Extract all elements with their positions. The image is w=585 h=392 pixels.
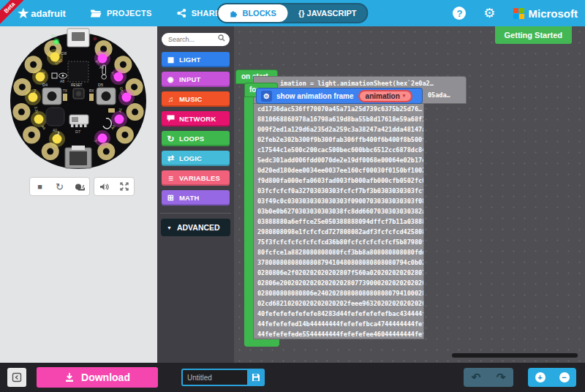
- neopixel[interactable]: [98, 54, 107, 64]
- svg-text:A9: A9: [99, 65, 104, 69]
- chevron-down-icon: ▼: [167, 225, 172, 230]
- download-label: Download: [81, 372, 130, 383]
- getting-started-button[interactable]: Getting Started: [495, 26, 572, 44]
- toolbox-divider: [160, 213, 231, 214]
- forever-block-arm[interactable]: [244, 96, 253, 343]
- zoom-in-icon: +: [535, 372, 546, 382]
- neopixel[interactable]: [115, 115, 124, 124]
- slowmo-button[interactable]: [69, 178, 89, 195]
- download-icon: [64, 372, 75, 382]
- category-label: LIGHT: [179, 56, 201, 64]
- list-icon: ≡: [166, 173, 176, 184]
- main-chip: [68, 61, 88, 82]
- toolbox-category-logic[interactable]: ⇄LOGIC: [162, 151, 230, 166]
- toolbox-category-network[interactable]: NETWORK: [162, 111, 230, 127]
- hex-line: 5edc301add006fdd0070de2e19df0068e00064e0…: [257, 155, 423, 165]
- loop-icon: ↻: [166, 134, 176, 144]
- settings-button[interactable]: ⚙: [483, 7, 495, 20]
- chat-bubble-icon: [166, 115, 176, 124]
- rx-pad: [89, 94, 94, 101]
- hex-line: 2980808098e1fcfcfcd727808082adf3fcfcfcd4…: [257, 227, 423, 237]
- neopixel[interactable]: [98, 134, 107, 143]
- toolbox-category-loops[interactable]: ↻LOOPS: [162, 131, 230, 146]
- bottom-bar: Download ↶ ↷ + −: [0, 363, 585, 392]
- reset-button[interactable]: RESET: [71, 83, 84, 99]
- hex-line: 03b0e0b6270303030303038fc8dd660703030303…: [257, 206, 423, 216]
- neopixel[interactable]: [36, 72, 45, 82]
- blocks-workspace[interactable]: Getting Started on start imation = light…: [234, 26, 585, 363]
- animation-variable-dropdown[interactable]: animation ▾: [358, 90, 413, 102]
- hex-line: 03fcfcfcf0a32703030303fcfcf7bf3b03030303…: [257, 186, 423, 196]
- toolbox-category-variables[interactable]: ≡VARIABLES: [162, 170, 230, 186]
- tx-pad: [63, 94, 67, 101]
- share-button[interactable]: SHARE: [177, 9, 221, 18]
- advanced-label: ADVANCED: [177, 223, 220, 232]
- zoom-group: + −: [528, 368, 576, 387]
- blocks-tab-label: BLOCKS: [242, 9, 276, 18]
- collapse-simulator-button[interactable]: [7, 368, 26, 387]
- project-name-input[interactable]: [181, 369, 247, 386]
- download-button[interactable]: Download: [37, 367, 158, 388]
- toolbox-advanced[interactable]: ▼ ADVANCED: [161, 219, 230, 236]
- led-grid-icon: ▦: [166, 56, 176, 64]
- toolbox-category-light[interactable]: ▦LIGHT: [162, 52, 230, 67]
- circuit-playground-board[interactable]: A3 A2 GND A1 A0 VOUT GND A5 A4 3.3V A6 A…: [0, 26, 157, 173]
- toolbox-category-math[interactable]: ⊞MATH: [162, 190, 230, 206]
- hex-line: 3780808080808080879410480808080808080794…: [257, 257, 423, 268]
- sim-control-group: ■ ↻: [29, 177, 90, 196]
- tab-javascript[interactable]: {} JAVASCRIPT: [288, 9, 367, 18]
- variable-name: animation: [366, 92, 400, 100]
- zoom-out-button[interactable]: −: [552, 368, 576, 387]
- hex-line: 03f49c0c0303030303030303f090070303030303…: [257, 196, 423, 206]
- neopixel[interactable]: [29, 93, 38, 102]
- toolbox-category-music[interactable]: ♫MUSIC: [162, 91, 230, 107]
- neopixel[interactable]: [50, 53, 60, 62]
- snail-icon: [75, 183, 85, 191]
- restart-button[interactable]: ↻: [50, 178, 69, 195]
- neopixel[interactable]: [122, 93, 132, 102]
- category-label: LOOPS: [179, 135, 204, 143]
- adafruit-star-icon: ★: [18, 7, 29, 20]
- hex-line: 80fcfce1a8828080808080fcf3bb8a8080808080…: [257, 247, 423, 257]
- horizontal-scrollbar[interactable]: [452, 353, 578, 358]
- block-settings-badge[interactable]: ⚙: [261, 91, 272, 102]
- fullscreen-icon: [120, 182, 129, 191]
- hex-line: 028080808080806e240202808080808080807941…: [257, 288, 423, 298]
- javascript-gray-block[interactable]: imation = light.animationSheet(hex`2e0a2…: [253, 76, 467, 339]
- headphones-icon: ♫: [166, 95, 176, 103]
- undo-button[interactable]: ↶: [464, 368, 488, 387]
- top-bar: Beta ★ adafruit PROJECTS SHARE BLOCKS: [0, 0, 585, 26]
- hex-line: 40fefefefefefefe84283d44fefefefefefbac43…: [257, 309, 423, 319]
- save-button[interactable]: [247, 369, 265, 386]
- toolbox-category-input[interactable]: ◉INPUT: [162, 72, 230, 87]
- tab-blocks[interactable]: BLOCKS: [218, 4, 287, 22]
- redo-button[interactable]: ↷: [488, 368, 513, 387]
- adafruit-logo[interactable]: ★ adafruit: [18, 7, 66, 20]
- neopixel[interactable]: [34, 115, 44, 124]
- folder-icon: [91, 9, 102, 18]
- projects-button[interactable]: PROJECTS: [91, 9, 152, 18]
- mute-button[interactable]: [94, 178, 114, 195]
- category-label: MUSIC: [179, 95, 203, 103]
- svg-text:A8: A8: [60, 79, 64, 83]
- toolbox: ▦LIGHT ◉INPUT ♫MUSIC NETWORK ↻LOOPS ⇄LOG…: [157, 26, 234, 363]
- gray-block-hex-body[interactable]: cd1736dac536ff70070a45a71a25d739c6375b25…: [253, 104, 424, 339]
- sim-control-group2: [94, 177, 135, 196]
- hex-line: c17544c1e500c200cac500bec600bbc6512cc687…: [257, 145, 423, 155]
- zoom-in-button[interactable]: +: [528, 368, 552, 387]
- microsoft-logo: Microsoft: [513, 7, 578, 20]
- svg-text:RESET: RESET: [71, 83, 83, 87]
- show-frame-label: show animation frame: [276, 92, 354, 100]
- puzzle-icon: [230, 10, 238, 18]
- gear-icon: ⚙: [483, 6, 495, 20]
- fullscreen-button[interactable]: [114, 178, 134, 195]
- stop-button[interactable]: ■: [30, 178, 50, 195]
- help-button[interactable]: ?: [453, 7, 466, 20]
- neopixel[interactable]: [114, 72, 124, 82]
- editor-toggle: BLOCKS {} JAVASCRIPT: [216, 3, 368, 23]
- brand-name: adafruit: [31, 8, 66, 19]
- hex-line: cd1736dac536ff70070a45a71a25d739c6375b25…: [257, 104, 423, 114]
- show-animation-frame-block[interactable]: ⚙ show animation frame animation ▾: [256, 88, 423, 104]
- hex-line: 44fefefefede5544444444fefefefee460444444…: [257, 329, 423, 339]
- svg-text:D4: D4: [42, 83, 48, 87]
